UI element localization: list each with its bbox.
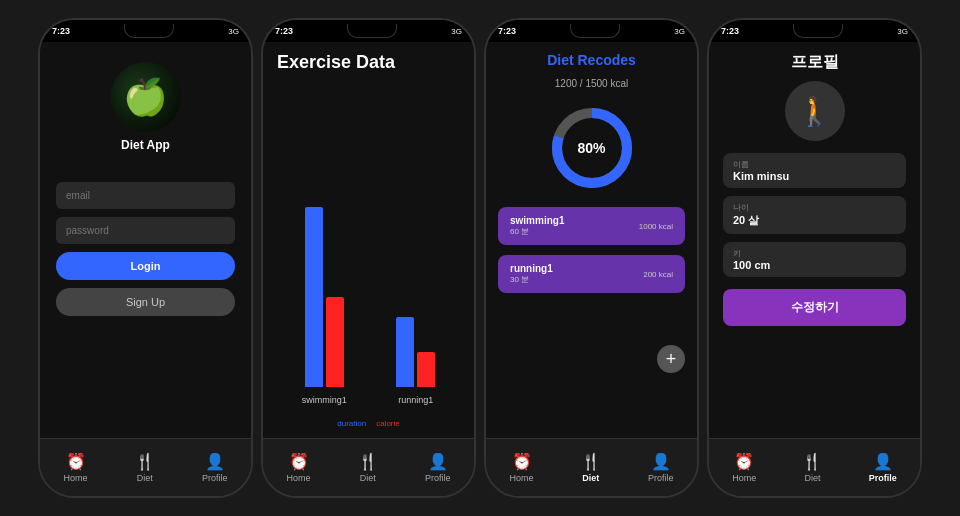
diet-icon-2: 🍴 (358, 452, 378, 471)
nav-home-3[interactable]: ⏰ Home (510, 452, 534, 483)
home-icon-2: ⏰ (289, 452, 309, 471)
diet-card-swimming-name: swimming1 (510, 215, 564, 226)
password-input[interactable] (56, 217, 235, 244)
notch-1 (124, 24, 174, 38)
bar-running-red (417, 352, 435, 387)
home-label-4: Home (732, 473, 756, 483)
home-icon-1: ⏰ (66, 452, 86, 471)
screen-exercise: Exercise Data swimming1 (263, 42, 474, 438)
bar-group-running: running1 (396, 317, 435, 405)
profile-value-age: 20 살 (733, 213, 896, 228)
phone-profile: 7:23 3G 프로필 🚶 이름 Kim minsu 나이 20 살 키 100… (707, 18, 922, 498)
status-time-1: 7:23 (52, 26, 70, 36)
diet-icon-3: 🍴 (581, 452, 601, 471)
nav-bar-2: ⏰ Home 🍴 Diet 👤 Profile (263, 438, 474, 496)
phone-exercise: 7:23 3G Exercise Data swimming1 (261, 18, 476, 498)
status-bar-4: 7:23 3G (709, 20, 920, 42)
profile-edit-button[interactable]: 수정하기 (723, 289, 906, 326)
profile-value-height: 100 cm (733, 259, 896, 271)
diet-icon-4: 🍴 (802, 452, 822, 471)
chart-legend: duration calorie (277, 419, 460, 428)
nav-profile-2[interactable]: 👤 Profile (425, 452, 451, 483)
profile-icon-2: 👤 (428, 452, 448, 471)
profile-icon-3: 👤 (651, 452, 671, 471)
login-button[interactable]: Login (56, 252, 235, 280)
bar-label-swimming: swimming1 (302, 395, 347, 405)
home-label-3: Home (510, 473, 534, 483)
status-time-4: 7:23 (721, 26, 739, 36)
diet-card-running-sub: 30 분 (510, 274, 553, 285)
diet-card-swimming-kcal: 1000 kcal (639, 222, 673, 231)
notch-2 (347, 24, 397, 38)
status-bar-2: 7:23 3G (263, 20, 474, 42)
nav-home-1[interactable]: ⏰ Home (64, 452, 88, 483)
profile-field-name: 이름 Kim minsu (723, 153, 906, 188)
status-signal-1: 3G (228, 27, 239, 36)
diet-card-swimming-sub: 60 분 (510, 226, 564, 237)
signup-button[interactable]: Sign Up (56, 288, 235, 316)
status-signal-4: 3G (897, 27, 908, 36)
status-time-2: 7:23 (275, 26, 293, 36)
home-icon-4: ⏰ (734, 452, 754, 471)
screen-login: 🍏 Diet App Login Sign Up (40, 42, 251, 438)
bar-swimming-blue (305, 207, 323, 387)
profile-label-age: 나이 (733, 202, 896, 213)
donut-wrap: 80% (547, 103, 637, 193)
fab-add-button[interactable]: + (657, 345, 685, 373)
nav-home-2[interactable]: ⏰ Home (287, 452, 311, 483)
profile-value-name: Kim minsu (733, 170, 896, 182)
status-time-3: 7:23 (498, 26, 516, 36)
nav-home-4[interactable]: ⏰ Home (732, 452, 756, 483)
nav-diet-3[interactable]: 🍴 Diet (581, 452, 601, 483)
profile-label-height: 키 (733, 248, 896, 259)
diet-title: Diet Recodes (498, 52, 685, 68)
nav-profile-4[interactable]: 👤 Profile (869, 452, 897, 483)
profile-label-1: Profile (202, 473, 228, 483)
profile-field-age: 나이 20 살 (723, 196, 906, 234)
profile-icon-1: 👤 (205, 452, 225, 471)
screen-profile: 프로필 🚶 이름 Kim minsu 나이 20 살 키 100 cm 수정하기 (709, 42, 920, 438)
nav-profile-1[interactable]: 👤 Profile (202, 452, 228, 483)
apple-icon: 🍏 (123, 76, 168, 118)
status-bar-1: 7:23 3G (40, 20, 251, 42)
diet-card-swimming-left: swimming1 60 분 (510, 215, 564, 237)
diet-label-3: Diet (582, 473, 599, 483)
phones-container: 7:23 3G 🍏 Diet App Login Sign Up ⏰ Home (28, 8, 932, 508)
diet-label-1: Diet (137, 473, 153, 483)
nav-diet-2[interactable]: 🍴 Diet (358, 452, 378, 483)
nav-bar-3: ⏰ Home 🍴 Diet 👤 Profile (486, 438, 697, 496)
profile-label-4: Profile (869, 473, 897, 483)
diet-card-swimming[interactable]: swimming1 60 분 1000 kcal (498, 207, 685, 245)
profile-icon-4: 👤 (873, 452, 893, 471)
home-label-1: Home (64, 473, 88, 483)
bar-label-running: running1 (398, 395, 433, 405)
diet-label-2: Diet (360, 473, 376, 483)
profile-label-3: Profile (648, 473, 674, 483)
status-bar-3: 7:23 3G (486, 20, 697, 42)
nav-diet-1[interactable]: 🍴 Diet (135, 452, 155, 483)
profile-label-name: 이름 (733, 159, 896, 170)
phone-diet: 7:23 3G Diet Recodes 1200 / 1500 kcal (484, 18, 699, 498)
legend-duration: duration (337, 419, 366, 428)
email-input[interactable] (56, 182, 235, 209)
nav-profile-3[interactable]: 👤 Profile (648, 452, 674, 483)
profile-field-height: 키 100 cm (723, 242, 906, 277)
nav-bar-1: ⏰ Home 🍴 Diet 👤 Profile (40, 438, 251, 496)
app-logo: 🍏 (111, 62, 181, 132)
donut-label: 80% (577, 140, 605, 156)
diet-card-running-name: running1 (510, 263, 553, 274)
bar-running-blue (396, 317, 414, 387)
nav-diet-4[interactable]: 🍴 Diet (802, 452, 822, 483)
home-label-2: Home (287, 473, 311, 483)
calorie-text: 1200 / 1500 kcal (498, 78, 685, 89)
bar-pair-running (396, 317, 435, 387)
notch-4 (793, 24, 843, 38)
diet-card-running[interactable]: running1 30 분 200 kcal (498, 255, 685, 293)
screen-diet: Diet Recodes 1200 / 1500 kcal 80% (486, 42, 697, 438)
donut-chart: 80% (498, 103, 685, 193)
diet-card-running-left: running1 30 분 (510, 263, 553, 285)
notch-3 (570, 24, 620, 38)
diet-icon-1: 🍴 (135, 452, 155, 471)
bar-group-swimming: swimming1 (302, 207, 347, 405)
profile-title: 프로필 (723, 52, 906, 73)
